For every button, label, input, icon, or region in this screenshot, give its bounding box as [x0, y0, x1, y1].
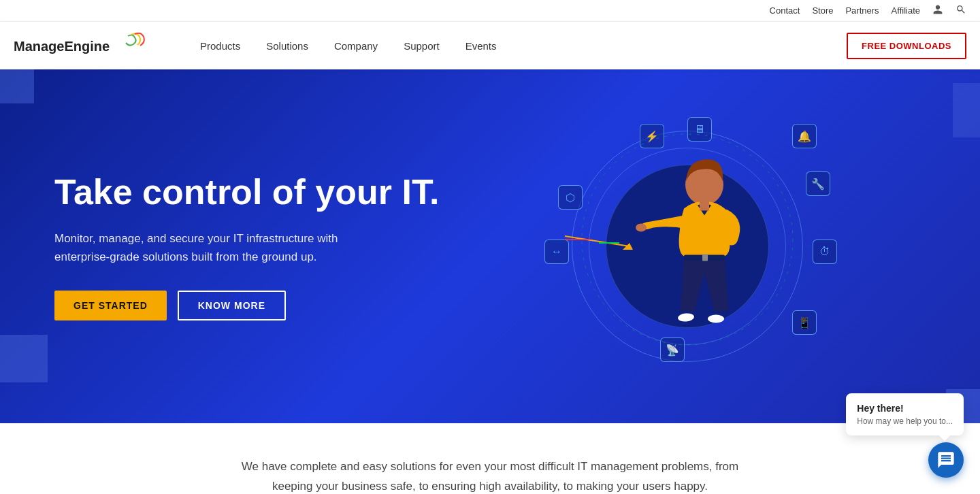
chat-bubble: Hey there! How may we help you to... [846, 393, 964, 435]
chat-widget: Hey there! How may we help you to... [846, 393, 964, 478]
nav-support[interactable]: Support [394, 35, 449, 57]
person-figure [626, 140, 762, 361]
top-bar: Contact Store Partners Affiliate [0, 0, 980, 22]
know-more-button[interactable]: KNOW MORE [178, 291, 286, 320]
hero-title: Take control of your IT. [54, 172, 449, 213]
icon-clock: ⏱ [813, 240, 837, 264]
hero-deco-top-right [953, 83, 980, 137]
chat-bubble-title: Hey there! [857, 403, 953, 414]
svg-point-4 [678, 312, 695, 322]
icon-hexagon: ⬡ [558, 185, 583, 210]
svg-point-5 [708, 314, 724, 323]
svg-rect-7 [702, 254, 708, 261]
contact-link[interactable]: Contact [770, 5, 800, 16]
hero-subtitle: Monitor, manage, and secure your IT infr… [54, 229, 395, 266]
icon-device: 📱 [792, 310, 817, 335]
chat-avatar-button[interactable] [928, 442, 964, 478]
nav-events[interactable]: Events [456, 35, 506, 57]
get-started-button[interactable]: GET STARTED [54, 291, 167, 320]
hero-deco-bottom-left [0, 335, 48, 382]
bottom-tagline: We have complete and easy solutions for … [231, 457, 749, 494]
user-icon[interactable] [932, 4, 943, 17]
nav-company[interactable]: Company [325, 35, 387, 57]
partners-link[interactable]: Partners [845, 5, 879, 16]
hero-buttons: GET STARTED KNOW MORE [54, 291, 449, 320]
svg-rect-2 [700, 200, 709, 210]
navbar: ManageEngine Products Solutions Company … [0, 22, 980, 69]
hero-section: Take control of your IT. Monitor, manage… [0, 69, 980, 423]
icon-wrench: 🔧 [806, 171, 830, 196]
icon-monitor: 🖥 [687, 117, 712, 142]
nav-products[interactable]: Products [191, 35, 250, 57]
icon-bell: 🔔 [792, 124, 817, 148]
affiliate-link[interactable]: Affiliate [892, 5, 920, 16]
chat-bubble-text: How may we help you to... [857, 416, 953, 426]
hero-deco-top-left [0, 69, 34, 103]
bottom-section: We have complete and easy solutions for … [0, 423, 980, 494]
hero-content: Take control of your IT. Monitor, manage… [54, 172, 449, 320]
search-icon[interactable] [956, 4, 966, 17]
store-link[interactable]: Store [812, 5, 833, 16]
svg-point-3 [636, 223, 647, 231]
icon-arrows: ↔ [544, 240, 569, 264]
svg-text:ManageEngine: ManageEngine [14, 39, 110, 54]
hero-illustration: ⚡ 🖥 🔔 🔧 ⏱ 📱 📡 ↔ ⬡ [449, 103, 926, 389]
nav-links: Products Solutions Company Support Event… [191, 35, 847, 57]
logo[interactable]: ManageEngine [14, 32, 150, 59]
free-downloads-button[interactable]: FREE DOWNLOADS [847, 33, 966, 59]
nav-solutions[interactable]: Solutions [257, 35, 318, 57]
